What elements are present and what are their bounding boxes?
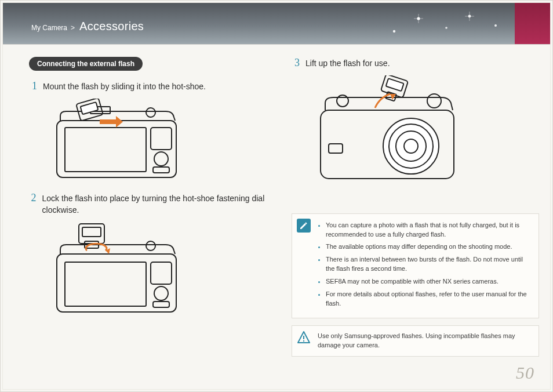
tip-item: For more details about optional flashes,…	[326, 290, 532, 308]
svg-point-17	[154, 286, 168, 300]
step-3: 3 Lift up the flash for use.	[292, 57, 539, 70]
svg-rect-15	[65, 262, 146, 306]
svg-point-26	[383, 118, 439, 174]
svg-point-0	[393, 30, 395, 32]
svg-rect-33	[385, 92, 396, 101]
svg-rect-18	[153, 302, 169, 307]
page-number: 50	[516, 363, 534, 383]
step-text: Lift up the flash for use.	[305, 57, 390, 69]
tip-item: SEF8A may not be compatible with other N…	[326, 277, 532, 286]
warning-note: Use only Samsung-approved flashes. Using…	[292, 325, 539, 357]
svg-rect-6	[65, 128, 146, 172]
svg-rect-32	[386, 78, 404, 91]
tips-note: You can capture a photo with a flash tha…	[292, 213, 539, 319]
header-accent	[515, 2, 551, 44]
page-header: My Camera > Accessories	[2, 2, 551, 44]
svg-rect-12	[81, 102, 99, 114]
edit-note-icon	[297, 219, 311, 233]
svg-rect-30	[329, 144, 343, 153]
svg-point-2	[445, 27, 448, 29]
illustration-step-1	[50, 99, 276, 183]
step-text: Mount the flash by sliding it into the h…	[43, 81, 206, 92]
tips-list: You can capture a photo with a flash tha…	[318, 221, 532, 309]
breadcrumb-separator: >	[71, 24, 75, 32]
tip-item: There is an interval between two bursts …	[326, 255, 532, 274]
svg-point-13	[146, 108, 155, 117]
tip-item: You can capture a photo with a flash tha…	[326, 221, 532, 239]
warning-icon	[297, 331, 311, 344]
step-number: 3	[292, 57, 300, 70]
svg-rect-16	[151, 262, 172, 284]
svg-point-8	[154, 152, 168, 166]
svg-point-3	[468, 15, 471, 18]
page-title: Accessories	[79, 20, 144, 33]
step-2: 2 Lock the flash into place by turning t…	[29, 192, 276, 216]
right-column: 3 Lift up the flash for use.	[292, 57, 539, 357]
svg-rect-21	[82, 227, 101, 237]
svg-rect-35	[303, 336, 304, 339]
step-text: Lock the flash into place by turning the…	[42, 193, 276, 216]
svg-rect-7	[151, 128, 172, 150]
illustration-step-2	[50, 222, 276, 319]
illustration-step-3	[312, 75, 539, 190]
warning-text: Use only Samsung-approved flashes. Using…	[318, 332, 532, 350]
svg-point-4	[494, 24, 497, 27]
svg-rect-9	[153, 167, 169, 173]
svg-rect-36	[303, 340, 304, 342]
svg-point-1	[417, 17, 420, 20]
header-sparkle-decoration	[377, 8, 527, 43]
breadcrumb-section: My Camera	[31, 24, 67, 32]
svg-point-25	[427, 94, 441, 108]
step-1: 1 Mount the flash by sliding it into the…	[29, 80, 276, 93]
step-number: 2	[29, 192, 37, 205]
breadcrumb: My Camera > Accessories	[31, 20, 144, 33]
left-column: Connecting the external flash 1 Mount th…	[29, 57, 276, 357]
step-number: 1	[29, 80, 37, 93]
tip-item: The available options may differ dependi…	[326, 242, 532, 252]
svg-point-19	[146, 241, 155, 251]
subsection-pill: Connecting the external flash	[29, 57, 143, 71]
